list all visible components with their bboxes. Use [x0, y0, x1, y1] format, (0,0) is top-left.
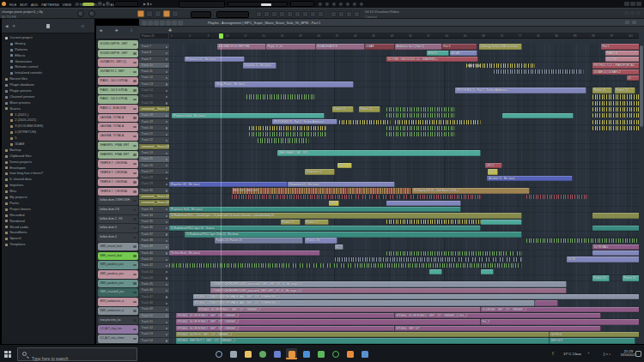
browser-item[interactable]: Recent files — [2, 76, 94, 82]
playlist-detach-button[interactable] — [625, 21, 629, 24]
track-header[interactable]: Track 37 — [139, 232, 169, 238]
extra-icon-0[interactable] — [331, 11, 337, 17]
playlist-clip[interactable]: ATMOS — [427, 51, 449, 56]
menu-view[interactable]: VIEW — [61, 0, 73, 7]
notification-icon[interactable] — [635, 351, 641, 357]
track-header[interactable]: Track 8 — [139, 50, 169, 56]
playlist-clip[interactable] — [258, 138, 309, 142]
rack-add-icon[interactable]: ✚ — [115, 28, 118, 33]
playlist-clip[interactable]: MIDI OUT | MIDI OUT — [232, 188, 412, 193]
browser-item[interactable]: Demo projects — [2, 160, 94, 166]
playlist-clip[interactable]: (Karaoke 1) - Mix (wav) — [243, 63, 276, 68]
browser-item[interactable]: Backup — [2, 148, 94, 154]
channel-button[interactable]: SOUND DEPTH - WET — [98, 50, 138, 58]
track-header[interactable]: unnamed__Snare 17 — [139, 106, 169, 112]
master-knob-1[interactable] — [97, 1, 103, 7]
track-mute-dot[interactable] — [166, 265, 167, 267]
playlist-clip[interactable]: (Mega Piano) - Mix (wav) — [215, 81, 354, 87]
playlist-clip[interactable]: LFO — [488, 169, 498, 174]
track-mute-dot[interactable] — [166, 52, 167, 54]
track-mute-dot[interactable] — [166, 134, 167, 136]
playlist-clip[interactable]: BTDM04 - WHY NOT 2 - WET - 127 - OMNIMIC… — [176, 338, 550, 343]
weather-text[interactable]: 17°C Clear — [563, 352, 581, 356]
browser-item[interactable]: Sliced audio — [2, 225, 94, 231]
track-mute-dot[interactable] — [166, 190, 167, 191]
taskbar-icon-photos[interactable] — [301, 348, 312, 359]
track-mute-dot[interactable] — [166, 196, 167, 198]
playlist-scrollbar[interactable] — [639, 44, 644, 344]
track-header[interactable]: Track 51 — [139, 319, 169, 325]
taskbar-icon-sharex[interactable] — [315, 348, 326, 359]
playlist-clip[interactable]: BTDM04 - COWBOY BOY OF SPACE JAM - WET -… — [193, 294, 639, 299]
playlist-clip[interactable] — [592, 250, 639, 256]
playlist-clip[interactable] — [335, 257, 522, 262]
playlist-clip[interactable]: GOTH 05 — [550, 332, 639, 337]
track-header[interactable]: Track 20 — [139, 125, 169, 131]
toolbar-icon-5[interactable] — [352, 2, 357, 7]
channel-button[interactable]: bellow drum 4 — [98, 233, 138, 242]
playlist-clip[interactable] — [169, 263, 522, 268]
track-mute-dot[interactable] — [166, 127, 167, 129]
track-mute-dot[interactable] — [166, 309, 167, 311]
browser-collapse-icon[interactable]: ◀ — [5, 24, 8, 28]
playlist-clip[interactable] — [386, 220, 481, 224]
bpm-display[interactable]: 125.000 — [114, 1, 138, 7]
window-switch-icon-2[interactable] — [271, 11, 277, 17]
track-header[interactable]: Track 19 — [139, 119, 169, 125]
playlist-clip[interactable] — [429, 269, 442, 275]
track-mute-dot[interactable] — [166, 271, 167, 273]
channel-button[interactable]: SMK_pandeiro_pos — [98, 261, 138, 269]
toolbar-icon-3[interactable] — [338, 2, 343, 7]
channel-button[interactable]: GUITAR FX - WET (1) — [98, 58, 138, 67]
browser-item[interactable]: Packs — [2, 201, 94, 207]
playlist-clip[interactable] — [494, 69, 584, 74]
playlist-clip[interactable]: A SCRATCH GO RHYTHM — [217, 44, 266, 49]
window-switch-icon-8[interactable] — [318, 11, 324, 17]
playlist-clip[interactable] — [386, 251, 522, 256]
browser-item[interactable]: 1 (2021-) — [2, 112, 94, 118]
track-mute-dot[interactable] — [166, 77, 167, 79]
track-mute-dot[interactable] — [166, 233, 167, 235]
master-knob-2[interactable] — [105, 1, 111, 7]
window-switch-icon-7[interactable] — [310, 11, 316, 17]
browser-item[interactable]: Patterns — [2, 47, 94, 53]
track-mute-dot[interactable] — [166, 121, 167, 123]
track-header[interactable]: Track 39 — [139, 244, 169, 250]
playlist-clip[interactable]: Pattern 26 — [615, 87, 635, 93]
channel-button[interactable]: bellow drum 2 WHOOSH — [98, 196, 138, 205]
channel-button[interactable]: new pno intro_loc — [98, 317, 138, 325]
track-header[interactable]: unnamed__Snare 32 — [139, 200, 169, 206]
track-mute-dot[interactable] — [166, 96, 167, 98]
rack-swap-icon[interactable]: ⌇ — [131, 28, 132, 33]
channel-button[interactable]: LAGUNA - TOTAL A — [98, 123, 138, 131]
playlist-clip[interactable]: Part 5 — [601, 44, 639, 49]
track-mute-dot[interactable] — [166, 159, 167, 160]
taskbar-icon-taskview[interactable] — [228, 348, 239, 359]
browser-item[interactable]: My projects — [2, 195, 94, 201]
track-header[interactable]: Track 9 — [139, 57, 169, 63]
rack-menu-icon[interactable]: ≣ — [100, 28, 103, 33]
browser-item[interactable]: 3DAM — [2, 142, 94, 148]
playlist-clip[interactable] — [339, 120, 391, 124]
playlist-clip[interactable]: 4-Energy Techno DNB essential+ — [479, 44, 522, 49]
track-mute-dot[interactable] — [166, 315, 167, 317]
playlist-clip[interactable]: 4-BAR — [365, 44, 395, 49]
track-header[interactable]: Track 21 — [139, 131, 169, 137]
track-header[interactable]: Track 18 — [139, 112, 169, 118]
browser-item[interactable]: Remote control — [2, 64, 94, 70]
window-switch-icon-1[interactable] — [264, 11, 270, 17]
close-button[interactable] — [636, 2, 641, 6]
playlist-tool-icon-5[interactable] — [172, 21, 177, 26]
browser-item[interactable]: Misc — [2, 189, 94, 195]
track-header[interactable]: Track 46 — [139, 287, 169, 293]
toolbar-icon-4[interactable] — [345, 2, 350, 7]
track-header[interactable]: Track 47 — [139, 294, 169, 300]
playlist-clip[interactable]: COWBOY CHORDPROG MIX_pianowet3_WET+DRY_1… — [210, 288, 567, 293]
playlist-add-track-icon[interactable]: ✚ — [168, 27, 172, 33]
track-mute-dot[interactable] — [166, 215, 167, 217]
playlist-clip[interactable]: (Psytrance final) - Mix (wav) — [169, 207, 461, 212]
browser-item[interactable]: Initialized controls — [2, 70, 94, 76]
playlist-picker[interactable]: Pattern 25 — [140, 33, 168, 39]
browser-item[interactable]: Soundfonts — [2, 230, 94, 236]
playlist-clip[interactable]: BTDM04 - 80 OR ROMS 2 - WET - 127 - OMNI… — [197, 307, 481, 312]
